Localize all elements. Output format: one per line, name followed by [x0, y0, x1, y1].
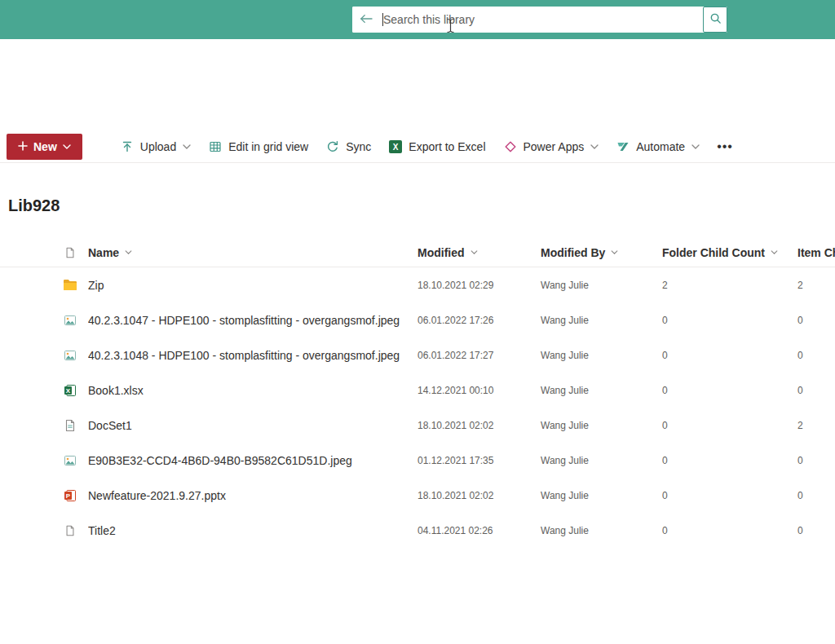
- new-button[interactable]: New: [7, 134, 82, 160]
- file-name-link[interactable]: DocSet1: [88, 419, 418, 432]
- sync-button[interactable]: Sync: [317, 132, 380, 161]
- edit-in-grid-view-label: Edit in grid view: [228, 140, 308, 153]
- file-name-link[interactable]: 40.2.3.1048 - HDPE100 - stomplasfitting …: [88, 349, 418, 362]
- image-icon: [52, 454, 88, 467]
- chevron-down-icon: [611, 250, 618, 254]
- plus-icon: [18, 140, 28, 153]
- file-name-link[interactable]: Title2: [88, 524, 418, 537]
- folder-child-count: 0: [662, 455, 797, 466]
- modified-by: Wang Julie: [541, 455, 662, 466]
- table-row[interactable]: X Book1.xlsx 14.12.2021 00:10 Wang Julie…: [0, 373, 835, 408]
- table-row[interactable]: P Newfeature-2021.9.27.pptx 18.10.2021 0…: [0, 478, 835, 513]
- modified-date: 06.01.2022 17:26: [418, 315, 541, 326]
- excel-icon: X: [389, 140, 402, 153]
- automate-button[interactable]: Automate: [607, 132, 709, 161]
- modified-by: Wang Julie: [541, 280, 662, 291]
- sync-icon: [326, 140, 339, 153]
- item-child-count: 0: [797, 490, 835, 501]
- modified-date: 18.10.2021 02:02: [418, 490, 541, 501]
- table-row[interactable]: 40.2.3.1047 - HDPE100 - stomplasfitting …: [0, 302, 835, 337]
- column-header-modified-by[interactable]: Modified By: [541, 246, 662, 259]
- upload-button[interactable]: Upload: [112, 132, 200, 161]
- power-apps-icon: [504, 140, 517, 153]
- image-icon: [52, 349, 88, 362]
- table-header-row: Name Modified Modified By Folder Child C…: [0, 238, 835, 267]
- table-body: Zip 18.10.2021 02:29 Wang Julie 2 2 40.2…: [0, 267, 835, 548]
- table-row[interactable]: Zip 18.10.2021 02:29 Wang Julie 2 2: [0, 267, 835, 302]
- file-name-link[interactable]: Newfeature-2021.9.27.pptx: [88, 489, 418, 502]
- new-button-label: New: [33, 140, 57, 153]
- modified-by: Wang Julie: [541, 385, 662, 396]
- automate-label: Automate: [636, 140, 685, 153]
- folder-child-count: 0: [662, 315, 797, 326]
- document-list: Name Modified Modified By Folder Child C…: [0, 238, 835, 548]
- chevron-down-icon: [771, 250, 778, 254]
- column-header-item-child-count[interactable]: Item Child Count: [797, 246, 835, 259]
- folder-icon: [52, 279, 88, 291]
- back-button[interactable]: [352, 7, 380, 33]
- file-name-link[interactable]: 40.2.3.1047 - HDPE100 - stomplasfitting …: [88, 314, 418, 327]
- column-header-folder-child-count[interactable]: Folder Child Count: [662, 246, 797, 259]
- table-row[interactable]: Title2 04.11.2021 02:26 Wang Julie 0 0: [0, 513, 835, 548]
- power-apps-label: Power Apps: [524, 140, 585, 153]
- modified-date: 14.12.2021 00:10: [418, 385, 541, 396]
- edit-in-grid-view-button[interactable]: Edit in grid view: [200, 132, 317, 161]
- command-bar: New Upload Edit in grid view Sync X Expo…: [0, 130, 835, 163]
- item-child-count: 0: [797, 350, 835, 361]
- sync-label: Sync: [346, 140, 371, 153]
- grid-icon: [209, 140, 222, 153]
- item-child-count: 2: [797, 280, 835, 291]
- search-icon: [709, 12, 722, 27]
- modified-date: 18.10.2021 02:29: [418, 280, 541, 291]
- file-name-link[interactable]: E90B3E32-CCD4-4B6D-94B0-B9582C61D51D.jpe…: [88, 454, 418, 467]
- ellipsis-icon: •••: [717, 139, 733, 153]
- upload-label: Upload: [140, 140, 176, 153]
- upload-icon: [121, 140, 134, 153]
- modified-by: Wang Julie: [541, 490, 662, 501]
- power-apps-button[interactable]: Power Apps: [495, 132, 608, 161]
- excel-file-icon: X: [52, 384, 88, 397]
- export-to-excel-button[interactable]: X Export to Excel: [380, 132, 494, 161]
- search-input[interactable]: [380, 7, 703, 33]
- modified-by: Wang Julie: [541, 315, 662, 326]
- chevron-down-icon: [63, 144, 71, 149]
- file-name-link[interactable]: Zip: [88, 279, 418, 292]
- export-to-excel-label: Export to Excel: [409, 140, 485, 153]
- table-row[interactable]: DocSet1 18.10.2021 02:02 Wang Julie 0 2: [0, 408, 835, 443]
- item-child-count: 0: [797, 385, 835, 396]
- chevron-down-icon: [471, 250, 478, 254]
- item-child-count: 0: [797, 455, 835, 466]
- search-box: [352, 7, 727, 33]
- item-child-count: 0: [797, 525, 835, 536]
- back-arrow-icon: [359, 13, 373, 27]
- chevron-down-icon: [590, 144, 599, 149]
- folder-child-count: 0: [662, 525, 797, 536]
- document-set-icon: [52, 419, 88, 432]
- search-submit-button[interactable]: [703, 7, 727, 33]
- image-icon: [52, 314, 88, 327]
- page-title: Lib928: [8, 196, 60, 215]
- chevron-down-icon: [183, 144, 191, 149]
- folder-child-count: 0: [662, 385, 797, 396]
- chevron-down-icon: [691, 144, 700, 149]
- column-header-name[interactable]: Name: [88, 246, 418, 259]
- file-name-link[interactable]: Book1.xlsx: [88, 384, 418, 397]
- column-header-modified[interactable]: Modified: [418, 246, 541, 259]
- table-row[interactable]: 40.2.3.1048 - HDPE100 - stomplasfitting …: [0, 337, 835, 373]
- item-child-count: 2: [797, 420, 835, 431]
- powerpoint-file-icon: P: [52, 489, 88, 502]
- file-type-column-header[interactable]: [52, 246, 88, 259]
- svg-text:P: P: [66, 492, 71, 500]
- chevron-down-icon: [125, 250, 132, 254]
- modified-date: 06.01.2022 17:27: [418, 350, 541, 361]
- document-icon: [52, 524, 88, 537]
- svg-text:X: X: [66, 387, 71, 395]
- app-header: [0, 0, 835, 39]
- modified-date: 04.11.2021 02:26: [418, 525, 541, 536]
- folder-child-count: 0: [662, 420, 797, 431]
- modified-by: Wang Julie: [541, 525, 662, 536]
- table-row[interactable]: E90B3E32-CCD4-4B6D-94B0-B9582C61D51D.jpe…: [0, 443, 835, 478]
- folder-child-count: 2: [662, 280, 797, 291]
- modified-by: Wang Julie: [541, 420, 662, 431]
- more-commands-button[interactable]: •••: [709, 139, 741, 154]
